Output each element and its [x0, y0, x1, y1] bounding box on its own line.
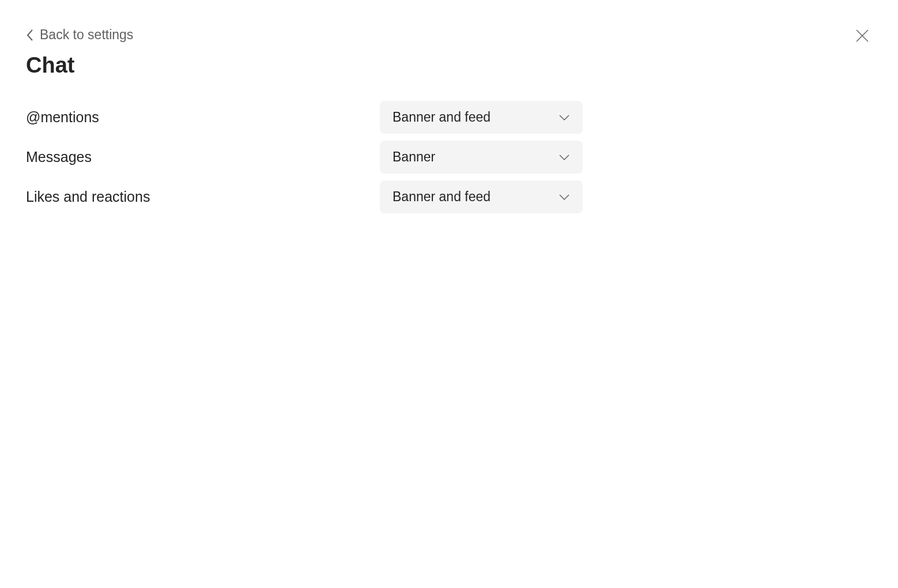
chevron-down-icon: [559, 114, 570, 121]
setting-row-likes-reactions: Likes and reactions Banner and feed: [26, 180, 583, 213]
setting-row-mentions: @mentions Banner and feed: [26, 101, 583, 134]
dropdown-messages[interactable]: Banner: [380, 141, 583, 174]
setting-label-likes-reactions: Likes and reactions: [26, 189, 150, 205]
close-button[interactable]: [854, 27, 871, 44]
setting-label-mentions: @mentions: [26, 109, 99, 126]
back-link-label: Back to settings: [40, 27, 133, 43]
chevron-down-icon: [559, 194, 570, 201]
page-title: Chat: [26, 53, 872, 78]
dropdown-mentions[interactable]: Banner and feed: [380, 101, 583, 134]
dropdown-value-likes-reactions: Banner and feed: [393, 189, 490, 205]
chevron-down-icon: [559, 154, 570, 161]
back-to-settings-link[interactable]: Back to settings: [26, 27, 133, 43]
setting-row-messages: Messages Banner: [26, 141, 583, 174]
dropdown-value-messages: Banner: [393, 149, 435, 165]
dropdown-value-mentions: Banner and feed: [393, 110, 490, 125]
close-icon: [855, 29, 869, 43]
settings-list: @mentions Banner and feed Messages Banne…: [26, 101, 872, 213]
dropdown-likes-reactions[interactable]: Banner and feed: [380, 180, 583, 213]
setting-label-messages: Messages: [26, 149, 92, 165]
chevron-left-icon: [26, 29, 34, 42]
